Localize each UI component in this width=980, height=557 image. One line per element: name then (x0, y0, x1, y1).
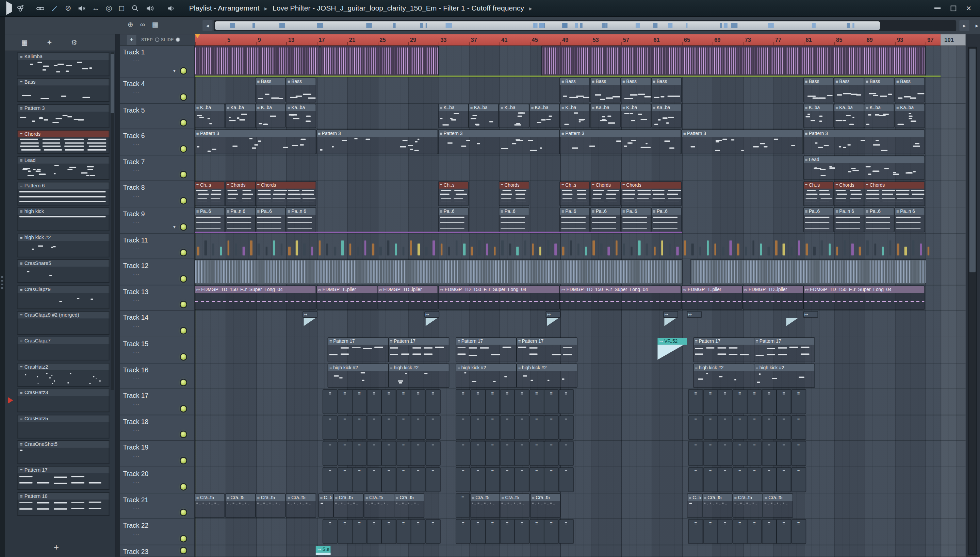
picker-item-crasclapz7[interactable]: ≡CrasClapz7 (17, 337, 109, 362)
track-header-track-1[interactable]: Track 1...▾ (120, 46, 194, 78)
pattern-clip[interactable]: ≡Pattern 3 (195, 130, 315, 153)
maximize-button[interactable] (951, 5, 956, 11)
pattern-clip[interactable]: ≡Ka..ba (895, 104, 924, 127)
mini-pattern-clip[interactable]: ≡ (718, 520, 732, 543)
track-led[interactable] (181, 302, 186, 308)
monitor-speaker-icon[interactable] (167, 4, 175, 12)
mini-pattern-clip[interactable]: ≡ (544, 520, 558, 543)
pattern-clip[interactable]: ≡K..ba (560, 104, 590, 127)
track-led[interactable] (181, 380, 186, 386)
pattern-clip[interactable]: ≡Bass (591, 78, 620, 102)
mini-pattern-clip[interactable]: ≡ (471, 520, 485, 543)
mini-pattern-clip[interactable]: ≡ (530, 390, 544, 413)
picker-item-pattern-17[interactable]: ≡Pattern 17 (17, 466, 109, 491)
mini-pattern-clip[interactable]: ≡ (559, 468, 573, 491)
pattern-clip[interactable]: ≡C..5 (688, 494, 702, 517)
pattern-clip[interactable]: ≡Bass (652, 78, 681, 102)
mini-pattern-clip[interactable]: ≡ (397, 442, 410, 465)
hit-clip[interactable] (326, 244, 328, 256)
mini-pattern-clip[interactable]: ≡ (485, 520, 499, 543)
track-led[interactable] (181, 120, 186, 126)
mini-pattern-clip[interactable]: ≡ (367, 416, 381, 439)
hit-clip[interactable] (570, 240, 572, 256)
pattern-clip[interactable]: ≡Pattern 17 (389, 338, 449, 362)
mini-pattern-clip[interactable]: ≡ (792, 416, 805, 439)
hit-clip[interactable] (874, 244, 876, 256)
hit-clip[interactable] (250, 240, 252, 256)
track-led[interactable] (181, 224, 186, 230)
pattern-clip[interactable]: ≡C..5 (319, 494, 333, 517)
mini-pattern-clip[interactable]: ≡ (559, 442, 573, 465)
track-led[interactable] (181, 354, 186, 360)
hit-clip[interactable] (828, 244, 831, 256)
track-led[interactable] (181, 406, 186, 412)
mini-audio-clip[interactable]: ↦ (804, 312, 817, 318)
vertical-scrollbar-handle[interactable] (969, 49, 975, 272)
track-led[interactable] (181, 146, 186, 151)
hit-clip[interactable] (577, 244, 580, 256)
mini-pattern-clip[interactable]: ≡ (353, 390, 366, 413)
hit-clip[interactable] (646, 244, 648, 256)
pattern-clip[interactable]: ≡Ka..ba (530, 104, 559, 127)
hit-clip[interactable] (897, 244, 899, 256)
track-header-track-7[interactable]: Track 7... (120, 155, 194, 181)
hit-clip[interactable] (471, 247, 473, 256)
hit-clip[interactable] (334, 247, 336, 256)
track-header-track-21[interactable]: Track 21... (120, 493, 194, 519)
track-led[interactable] (181, 484, 186, 490)
mini-pattern-clip[interactable]: ≡ (530, 442, 544, 465)
hit-clip[interactable] (912, 240, 914, 256)
mini-pattern-clip[interactable]: ≡ (500, 442, 514, 465)
audio-clip[interactable]: ↦EDMGP_TD_150_F..r_Super_Long_04 (560, 286, 681, 309)
mini-pattern-clip[interactable]: ≡ (323, 390, 337, 413)
hit-clip[interactable] (509, 244, 511, 256)
hit-clip[interactable] (486, 244, 488, 256)
mini-pattern-clip[interactable]: ≡ (456, 494, 469, 517)
pattern-clip[interactable]: ≡Cra..t5 (225, 494, 255, 517)
slide-tool-icon[interactable]: ∞ (140, 21, 145, 29)
hit-clip[interactable] (844, 240, 846, 256)
hit-clip[interactable] (387, 240, 389, 256)
hit-clip[interactable] (699, 247, 701, 256)
hit-clip[interactable] (273, 240, 275, 256)
hit-clip[interactable] (791, 247, 792, 256)
pattern-clip[interactable]: ≡K..ba (621, 104, 650, 127)
mini-pattern-clip[interactable]: ≡ (718, 390, 732, 413)
mini-pattern-clip[interactable]: ≡ (792, 520, 805, 543)
mini-pattern-clip[interactable]: ≡ (471, 416, 485, 439)
pattern-clip[interactable]: ≡K..ba (500, 104, 529, 127)
tools-icon[interactable]: ⚙ (71, 38, 77, 47)
mini-pattern-clip[interactable]: ≡ (456, 390, 470, 413)
hit-clip[interactable] (531, 244, 534, 256)
target-icon[interactable]: ◎ (106, 5, 112, 12)
pattern-clip[interactable]: ≡Pattern 17 (328, 338, 388, 362)
picker-item-pattern-6[interactable]: ≡Pattern 6 (17, 182, 109, 207)
mini-pattern-clip[interactable]: ≡ (367, 390, 381, 413)
mini-pattern-clip[interactable]: ≡ (515, 468, 528, 491)
audio-clip[interactable]: ↦S.e (316, 546, 331, 555)
mini-pattern-clip[interactable]: ≡ (382, 390, 395, 413)
hit-clip[interactable] (600, 244, 602, 256)
pattern-clip[interactable]: ≡Ka..ba (834, 104, 863, 127)
zoom-icon[interactable] (131, 4, 139, 12)
slip-icon[interactable]: ⊘ (65, 5, 71, 12)
mini-pattern-clip[interactable]: ≡ (762, 520, 776, 543)
hit-clip[interactable] (653, 247, 655, 256)
hit-clip[interactable] (593, 240, 595, 256)
pattern-clip[interactable]: ≡Pa..6 (621, 208, 650, 231)
pattern-clip[interactable]: ≡Bass (834, 78, 863, 102)
pattern-clip[interactable]: ≡K..ba (439, 104, 468, 127)
pattern-clip[interactable]: ≡Pa..6 (591, 208, 620, 231)
track-led[interactable] (181, 198, 186, 204)
track-led[interactable] (181, 432, 186, 438)
audio-clip[interactable]: ∞EDMGP_TD..iplier (743, 286, 803, 309)
mini-pattern-clip[interactable]: ≡ (559, 520, 573, 543)
pattern-clip[interactable]: ≡Pa..6 (652, 208, 681, 231)
mini-pattern-clip[interactable]: ≡ (500, 520, 514, 543)
chords-clip[interactable]: ≡Chords (225, 182, 255, 205)
track-lane-track-12[interactable] (195, 259, 966, 285)
mini-pattern-clip[interactable]: ≡ (338, 416, 351, 439)
mini-pattern-clip[interactable]: ≡ (367, 468, 381, 491)
hit-clip[interactable] (676, 247, 678, 256)
pattern-clip[interactable]: ≡Cra..t5 (195, 494, 224, 517)
